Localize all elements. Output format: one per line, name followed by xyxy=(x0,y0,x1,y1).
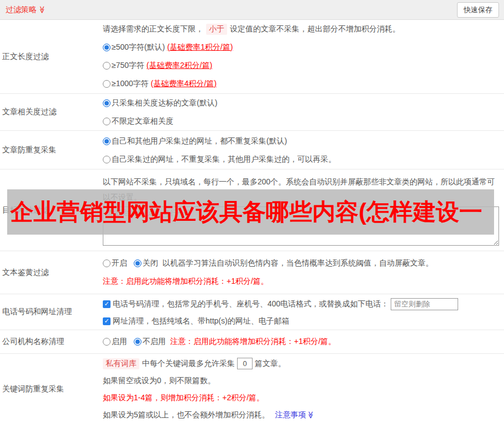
radio-icon[interactable] xyxy=(103,99,111,107)
radio-option-1000[interactable]: ≥1000字符 (基础费率4积分/篇) xyxy=(103,75,501,93)
notes-link-label: 注意事项 xyxy=(275,410,306,420)
keyword-limit-text: 中每个关键词最多允许采集 xyxy=(142,359,235,369)
row-label: 公司机构名称清理 xyxy=(0,330,103,353)
radio-option-self-only[interactable]: 自己采集过的网址，不重复采集，其他用户采集过的，可以再采。 xyxy=(103,150,501,168)
radio-label: 自己和其他用户采集过的网址，都不重复采集(默认) xyxy=(112,136,287,146)
desc-text: 请选择需求的正文长度下限， xyxy=(103,24,203,34)
radio-icon[interactable] xyxy=(103,118,111,125)
row-label: 文章防重复采集 xyxy=(0,131,103,169)
row-content: 自己和其他用户采集过的网址，都不重复采集(默认) 自己采集过的网址，不重复采集，… xyxy=(103,131,504,169)
porn-filter-options: 开启 关闭 以机器学习算法自动识别色情内容，当色情概率达到系统阈值，自动屏蔽文章… xyxy=(103,254,501,272)
topbar: 过滤策略 ≫ 快速保存 xyxy=(0,0,504,20)
replacement-phone-input[interactable] xyxy=(391,298,458,310)
radio-label: ≥1000字符 xyxy=(112,79,149,89)
row-content: 请选择需求的正文长度下限， 小于 设定值的文章不采集，超出部分不增加积分消耗。 … xyxy=(103,20,504,93)
radio-icon[interactable] xyxy=(103,156,111,163)
keyword-limit-suffix: 篇文章。 xyxy=(255,359,286,369)
row-content: 开启 关闭 以机器学习算法自动识别色情内容，当色情概率达到系统阈值，自动屏蔽文章… xyxy=(103,251,504,294)
page-title[interactable]: 过滤策略 ≫ xyxy=(6,5,46,15)
phone-clean-checkbox[interactable]: ✓ xyxy=(103,300,111,308)
row-relevance-filter: 文章相关度过滤 只采集相关度达标的文章(默认) 不限定文章相关度 xyxy=(0,94,504,131)
radio-label-disable: 不启用 xyxy=(143,337,166,347)
porn-filter-description: 以机器学习算法自动识别色情内容，当色情概率达到系统阈值，自动屏蔽文章。 xyxy=(162,258,433,268)
url-clean-item: ✓ 网址清理，包括纯域名、带http(s)的网址、电子邮箱 xyxy=(103,312,501,330)
row-label: 文章相关度过滤 xyxy=(0,94,103,130)
fee-note: (基础费率2积分/篇) xyxy=(146,61,212,71)
chevron-down-icon: ≫ xyxy=(39,6,46,14)
keyword-note-zero: 如果留空或设为0，则不限篇数。 xyxy=(103,372,501,389)
radio-option-750[interactable]: ≥750字符 (基础费率2积分/篇) xyxy=(103,56,501,75)
radio-icon[interactable] xyxy=(103,259,111,267)
row-label: 文本鉴黄过滤 xyxy=(0,251,103,294)
radio-label: ≥500字符(默认) xyxy=(112,43,165,52)
fee-note: (基础费率1积分/篇) xyxy=(167,43,233,52)
url-clean-checkbox[interactable]: ✓ xyxy=(103,317,111,325)
radio-label-enable: 启用 xyxy=(112,337,127,347)
keyword-note-five-text: 如果设为5篇或以上，也不会额外增加积分消耗。 xyxy=(103,410,270,420)
radio-icon[interactable] xyxy=(103,338,111,346)
radio-label: 自己采集过的网址，不重复采集，其他用户采集过的，可以再采。 xyxy=(112,155,336,165)
quick-save-button[interactable]: 快速保存 xyxy=(457,2,499,18)
row-label: 关键词防重复采集 xyxy=(0,354,103,424)
target-site-description: 以下网站不采集，只填域名，每行一个，最多200个。系统会自动识别并屏蔽那些非文章… xyxy=(103,169,499,205)
notes-link[interactable]: 注意事项 ≫ xyxy=(275,410,315,420)
row-url-dedupe: 文章防重复采集 自己和其他用户采集过的网址，都不重复采集(默认) 自己采集过的网… xyxy=(0,131,504,169)
row-content: 私有词库 中每个关键词最多允许采集 篇文章。 如果留空或设为0，则不限篇数。 如… xyxy=(103,354,504,424)
row-label: 目标网站过滤 xyxy=(0,169,103,251)
radio-option-no-limit[interactable]: 不限定文章相关度 xyxy=(103,112,501,130)
blocked-sites-textarea[interactable] xyxy=(103,206,499,246)
company-clean-note: 注意：启用此功能将增加积分消耗：+1积分/篇。 xyxy=(170,337,336,347)
check-icon: ✓ xyxy=(104,317,109,325)
row-content: 只采集相关度达标的文章(默认) 不限定文章相关度 xyxy=(103,94,504,130)
row-content: 以下网站不采集，只填域名，每行一个，最多200个。系统会自动识别并屏蔽那些非文章… xyxy=(103,169,504,251)
radio-label: 不限定文章相关度 xyxy=(112,116,174,126)
filter-strategy-page: 过滤策略 ≫ 快速保存 正文长度过滤 请选择需求的正文长度下限， 小于 设定值的… xyxy=(0,0,504,424)
keyword-count-input[interactable] xyxy=(237,358,253,369)
row-keyword-dedupe: 关键词防重复采集 私有词库 中每个关键词最多允许采集 篇文章。 如果留空或设为0… xyxy=(0,354,504,424)
radio-label: 只采集相关度达标的文章(默认) xyxy=(112,98,217,108)
radio-icon[interactable] xyxy=(134,259,141,267)
radio-label: ≥750字符 xyxy=(112,61,144,71)
radio-icon[interactable] xyxy=(134,338,141,346)
radio-icon[interactable] xyxy=(103,62,111,70)
desc-text: 设定值的文章不采集，超出部分不增加积分消耗。 xyxy=(230,24,400,34)
row-company-clean: 公司机构名称清理 启用 不启用 注意：启用此功能将增加积分消耗：+1积分/篇。 xyxy=(0,330,504,354)
radio-icon[interactable] xyxy=(103,137,111,145)
keyword-note-fee: 如果设为1-4篇，则增加积分消耗：+2积分/篇。 xyxy=(103,389,501,406)
radio-icon[interactable] xyxy=(103,44,111,51)
less-than-badge: 小于 xyxy=(206,24,227,35)
radio-option-500[interactable]: ≥500字符(默认) (基础费率1积分/篇) xyxy=(103,38,501,56)
row-phone-url-clean: 电话号码和网址清理 ✓ 电话号码清理，包括常见的手机号、座机号、400电话格式，… xyxy=(0,294,504,330)
radio-option-relevant-only[interactable]: 只采集相关度达标的文章(默认) xyxy=(103,94,501,112)
row-body-length-filter: 正文长度过滤 请选择需求的正文长度下限， 小于 设定值的文章不采集，超出部分不增… xyxy=(0,20,504,94)
row-content: ✓ 电话号码清理，包括常见的手机号、座机号、400电话格式，或替换成如下电话： … xyxy=(103,294,504,330)
radio-label-off: 关闭 xyxy=(143,258,158,268)
checkbox-label: 网址清理，包括纯域名、带http(s)的网址、电子邮箱 xyxy=(113,316,290,326)
row-target-site-filter: 目标网站过滤 以下网站不采集，只填域名，每行一个，最多200个。系统会自动识别并… xyxy=(0,169,504,251)
keyword-limit-line: 私有词库 中每个关键词最多允许采集 篇文章。 xyxy=(103,355,501,372)
phone-clean-item: ✓ 电话号码清理，包括常见的手机号、座机号、400电话格式，或替换成如下电话： xyxy=(103,295,501,312)
body-length-description: 请选择需求的正文长度下限， 小于 设定值的文章不采集，超出部分不增加积分消耗。 xyxy=(103,20,501,38)
chevron-down-icon: ≫ xyxy=(307,411,314,419)
radio-label-on: 开启 xyxy=(112,258,127,268)
check-icon: ✓ xyxy=(104,300,109,308)
keyword-note-five: 如果设为5篇或以上，也不会额外增加积分消耗。 注意事项 ≫ xyxy=(103,406,501,423)
row-content: 启用 不启用 注意：启用此功能将增加积分消耗：+1积分/篇。 xyxy=(103,330,504,353)
radio-option-all-users[interactable]: 自己和其他用户采集过的网址，都不重复采集(默认) xyxy=(103,132,501,150)
radio-icon[interactable] xyxy=(103,80,111,88)
checkbox-label: 电话号码清理，包括常见的手机号、座机号、400电话格式，或替换成如下电话： xyxy=(113,299,389,309)
row-label: 正文长度过滤 xyxy=(0,20,103,93)
row-label: 电话号码和网址清理 xyxy=(0,294,103,330)
row-porn-filter: 文本鉴黄过滤 开启 关闭 以机器学习算法自动识别色情内容，当色情概率达到系统阈值… xyxy=(0,251,504,294)
private-lexicon-badge: 私有词库 xyxy=(103,358,139,369)
page-title-label: 过滤策略 xyxy=(6,5,36,15)
fee-note: (基础费率4积分/篇) xyxy=(151,79,217,89)
porn-filter-note: 注意：启用此功能将增加积分消耗：+1积分/篇。 xyxy=(103,272,501,290)
